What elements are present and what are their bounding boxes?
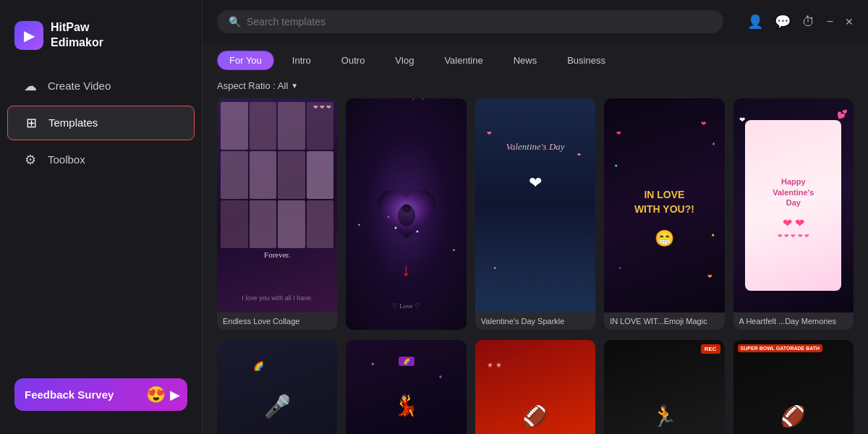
template-heartfelt[interactable]: HappyValentine'sDay ❤ ❤ ❤ ❤ ❤ ❤ ❤ 💕 ❤ A … [733,98,854,330]
template-label-in-love: IN LOVE WIT...Emoji Magic [604,312,724,330]
sidebar-item-templates[interactable]: ⊞ Templates [7,106,195,140]
svg-point-3 [416,230,418,232]
create-video-icon: ☁ [22,78,39,94]
templates-row-2: TOP3 🎤 🌈 TOP3 💃 ✦ ⬥ FA 🌈 Dan [217,340,854,434]
svg-point-1 [402,204,411,213]
svg-point-2 [394,226,396,229]
feedback-emoji: 😍 [146,386,166,404]
create-video-label: Create Video [48,80,111,92]
filter-tabs: For You Intro Outro Vlog Valentine News … [203,43,868,76]
tab-outro[interactable]: Outro [329,51,378,70]
template-popup-overlay: I want to be with you forever. [346,98,466,330]
tab-business[interactable]: Business [555,51,618,70]
template-valentines-sparkle[interactable]: Valentine's Day ❤ ❤ ❤ ⬥ Valentine's Day … [475,98,595,330]
sidebar-bottom: Feedback Survey 😍 ▶ [0,367,202,422]
popup-thumb: I want to be with you forever. [346,98,466,330]
toolbox-icon: ⚙ [22,152,39,168]
template-label-valentines: Valentine's Day Sparkle [475,312,595,330]
close-icon[interactable]: ✕ [845,16,854,27]
svg-point-4 [388,216,389,218]
aspect-ratio-label: Aspect Ratio : All [217,80,288,91]
aspect-ratio-select[interactable]: Aspect Ratio : All ▼ [217,80,298,91]
tab-vlog[interactable]: Vlog [383,51,426,70]
popup-arrow-icon: ↓ [402,260,411,280]
tab-valentine[interactable]: Valentine [432,51,495,70]
toolbox-label: Toolbox [48,153,85,166]
templates-label: Templates [48,116,98,129]
search-input[interactable] [247,16,712,27]
message-icon[interactable]: 💬 [775,14,791,30]
logo-icon: ▶ [14,21,43,50]
sidebar-item-toolbox[interactable]: ⚙ Toolbox [7,143,195,176]
template-sports-dark[interactable]: 🏃 REC Sports Highlight [604,340,724,434]
template-label-endless-love: Endless Love Collage [217,312,337,330]
sidebar-item-create-video[interactable]: ☁ Create Video [7,69,195,103]
template-forever-popup[interactable]: I want to be with you forever. Forever I… [346,98,466,330]
aspect-ratio-row: Aspect Ratio : All ▼ [203,76,868,98]
search-bar[interactable]: 🔍 [217,10,723,33]
templates-icon: ⊞ [22,115,40,131]
feedback-arrow-icon: ▶ [170,387,180,403]
tab-for-you[interactable]: For You [217,51,274,70]
topbar: 🔍 👤 💬 ⏱ − ✕ [203,0,868,43]
template-top3[interactable]: TOP3 🎤 🌈 TOP3 [217,340,337,434]
template-super-bowl[interactable]: SUPER BOWL GATORADE BATH 🏈 OH! Super Bow… [733,340,854,434]
super-bowl-badge: SUPER BOWL GATORADE BATH [738,344,823,352]
clock-icon[interactable]: ⏱ [802,14,815,30]
template-dance[interactable]: 💃 ✦ ⬥ FA 🌈 Dance Performance [346,340,466,434]
sidebar: ▶ HitPaw Edimakor ☁ Create Video ⊞ Templ… [0,0,203,434]
user-icon[interactable]: 👤 [747,14,763,30]
tab-intro[interactable]: Intro [280,51,323,70]
template-endless-love[interactable]: Forever. ❤ ❤ ❤ I love you with all I hav… [217,98,337,330]
search-icon: 🔍 [229,16,241,27]
template-football-red[interactable]: 🏈 ★ ★ Football Game [475,340,595,434]
popup-heart-svg [374,188,439,246]
app-logo: ▶ HitPaw Edimakor [0,12,202,68]
popup-italic-text: I want to be with you forever. [346,98,466,100]
app-name: HitPaw Edimakor [51,20,103,51]
minimize-icon[interactable]: − [827,15,833,28]
template-in-love[interactable]: IN LOVEWITH YOU?! 😁 ❤ ♦ ★ ❤ ⬥ ❤ ★ IN LOV… [604,98,724,330]
popup-signature: ♡ Love ♡ [392,302,420,310]
templates-area: Forever. ❤ ❤ ❤ I love you with all I hav… [203,98,868,434]
chevron-down-icon: ▼ [291,82,298,90]
template-label-heartfelt: A Heartfelt ...Day Memories [733,312,854,330]
rec-badge: REC [701,344,720,354]
feedback-card[interactable]: Feedback Survey 😍 ▶ [14,378,187,411]
tab-news[interactable]: News [501,51,550,70]
topbar-icons: 👤 💬 ⏱ − ✕ [747,14,854,30]
main-content: 🔍 👤 💬 ⏱ − ✕ For You Intro Outro Vlog Val… [203,0,868,434]
templates-row-1: Forever. ❤ ❤ ❤ I love you with all I hav… [217,98,854,330]
